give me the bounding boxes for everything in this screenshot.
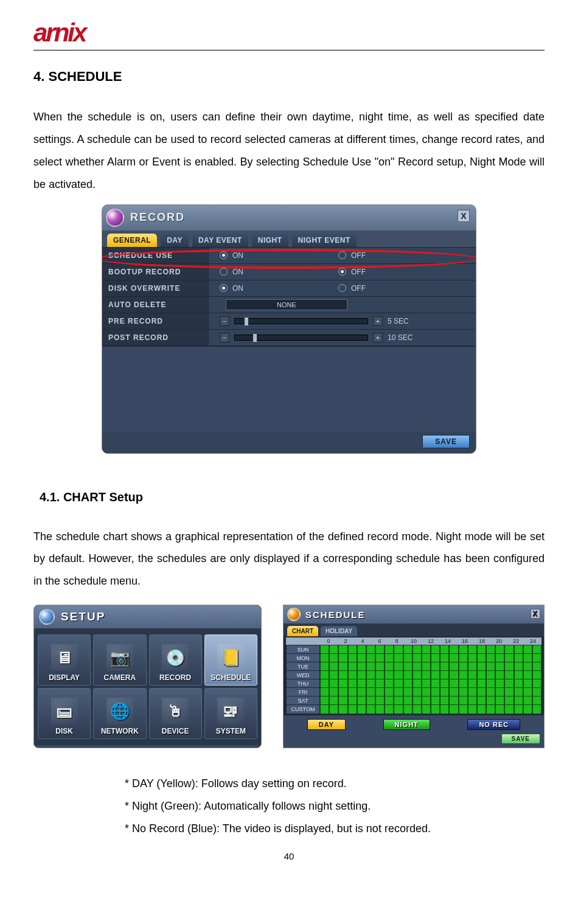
section-heading: 4. SCHEDULE bbox=[33, 69, 545, 85]
network-icon: 🌐 bbox=[106, 698, 133, 724]
schedule-cell[interactable] bbox=[486, 704, 495, 714]
note-day: * DAY (Yellow): Follows day setting on r… bbox=[125, 773, 545, 795]
tab-day-event[interactable]: DAY EVENT bbox=[192, 234, 248, 247]
tab-night-event[interactable]: NIGHT EVENT bbox=[292, 234, 357, 247]
schedule-row-sun: SUN bbox=[286, 645, 541, 653]
schedule-cell[interactable] bbox=[375, 704, 385, 714]
close-icon[interactable]: X bbox=[458, 210, 470, 222]
row-post-record: POST RECORD − + 10 SEC bbox=[102, 330, 476, 346]
setup-item-network[interactable]: 🌐NETWORK bbox=[93, 688, 146, 739]
setup-item-label: SYSTEM bbox=[216, 727, 246, 735]
plus-icon[interactable]: + bbox=[373, 333, 383, 342]
tab-holiday[interactable]: HOLIDAY bbox=[321, 626, 357, 636]
hour-label: 4 bbox=[354, 637, 371, 645]
tab-general[interactable]: GENERAL bbox=[107, 234, 157, 247]
hour-label: 18 bbox=[473, 637, 490, 645]
close-icon[interactable]: X bbox=[531, 609, 540, 619]
schedule-cell[interactable] bbox=[495, 704, 504, 714]
schedule-row-sat: SAT bbox=[286, 696, 541, 704]
hour-label: 22 bbox=[507, 637, 524, 645]
hour-label: 6 bbox=[371, 637, 388, 645]
schedule-row-fri: FRI bbox=[286, 687, 541, 696]
hour-label: 10 bbox=[405, 637, 422, 645]
radio-schedule-on[interactable]: ON bbox=[220, 251, 338, 260]
record-icon bbox=[106, 209, 124, 227]
schedule-cell[interactable] bbox=[532, 704, 541, 714]
post-record-value: 10 SEC bbox=[388, 333, 413, 342]
schedule-cell[interactable] bbox=[385, 704, 394, 714]
schedule-cell[interactable] bbox=[357, 704, 366, 714]
schedule-row-thu: THU bbox=[286, 679, 541, 687]
schedule-cell[interactable] bbox=[449, 704, 458, 714]
schedule-cell[interactable] bbox=[348, 704, 357, 714]
setup-item-disk[interactable]: 🖴DISK bbox=[38, 688, 91, 739]
hour-label: 2 bbox=[337, 637, 354, 645]
schedule-cell[interactable] bbox=[440, 704, 449, 714]
setup-item-label: RECORD bbox=[159, 673, 191, 682]
record-window: RECORD X GENERAL DAY DAY EVENT NIGHT NIG… bbox=[102, 204, 476, 454]
minus-icon[interactable]: − bbox=[220, 333, 229, 342]
schedule-cell[interactable] bbox=[477, 704, 486, 714]
row-pre-record: PRE RECORD − + 5 SEC bbox=[102, 313, 476, 330]
legend-no-rec: NO REC bbox=[467, 719, 520, 730]
schedule-row-wed: WED bbox=[286, 670, 541, 679]
tab-day[interactable]: DAY bbox=[161, 234, 189, 247]
schedule-row-custom: CUSTOM bbox=[286, 704, 541, 713]
setup-item-record[interactable]: 💿RECORD bbox=[149, 634, 202, 686]
schedule-cell[interactable] bbox=[422, 704, 431, 714]
setup-item-display[interactable]: 🖥DISPLAY bbox=[38, 634, 91, 686]
schedule-cell[interactable] bbox=[459, 704, 468, 714]
setup-icon bbox=[39, 609, 55, 625]
note-no-record: * No Record (Blue): The video is display… bbox=[125, 818, 545, 840]
hour-label: 24 bbox=[524, 637, 541, 645]
radio-bootup-off[interactable]: OFF bbox=[338, 268, 457, 276]
tab-chart[interactable]: CHART bbox=[287, 626, 318, 636]
day-label: CUSTOM bbox=[286, 704, 320, 714]
hour-label: 12 bbox=[422, 637, 439, 645]
tab-night[interactable]: NIGHT bbox=[252, 234, 288, 247]
setup-window: SETUP 🖥DISPLAY📷CAMERA💿RECORD📒SCHEDULE🖴DI… bbox=[33, 605, 262, 748]
pre-record-value: 5 SEC bbox=[388, 317, 409, 325]
setup-item-device[interactable]: 🖱DEVICE bbox=[149, 688, 202, 739]
schedule-cell[interactable] bbox=[523, 704, 532, 714]
schedule-cell[interactable] bbox=[431, 704, 440, 714]
record-titlebar: RECORD X bbox=[102, 205, 476, 231]
schedule-cell[interactable] bbox=[514, 704, 523, 714]
schedule-cell[interactable] bbox=[468, 704, 477, 714]
label-bootup-record: BOOTUP RECORD bbox=[102, 264, 209, 280]
schedule-cell[interactable] bbox=[403, 704, 413, 714]
record-tabs: GENERAL DAY DAY EVENT NIGHT NIGHT EVENT bbox=[102, 231, 476, 247]
chart-paragraph: The schedule chart shows a graphical rep… bbox=[33, 526, 545, 593]
schedule-cell[interactable] bbox=[394, 704, 403, 714]
setup-item-schedule[interactable]: 📒SCHEDULE bbox=[204, 634, 257, 686]
schedule-cell[interactable] bbox=[366, 704, 375, 714]
hour-label: 8 bbox=[388, 637, 405, 645]
note-night: * Night (Green): Automatically follows n… bbox=[125, 795, 545, 818]
minus-icon[interactable]: − bbox=[220, 316, 229, 326]
row-disk-overwrite: DISK OVERWRITE ON OFF bbox=[102, 280, 476, 297]
schedule-cell[interactable] bbox=[504, 704, 514, 714]
schedule-icon: 📒 bbox=[217, 644, 244, 671]
record-icon: 💿 bbox=[162, 644, 189, 671]
setup-item-camera[interactable]: 📷CAMERA bbox=[93, 634, 146, 686]
save-button[interactable]: SAVE bbox=[422, 435, 470, 448]
schedule-cell[interactable] bbox=[338, 704, 347, 714]
schedule-cell[interactable] bbox=[320, 704, 329, 714]
radio-bootup-on[interactable]: ON bbox=[220, 268, 338, 276]
auto-delete-select[interactable]: NONE bbox=[226, 299, 347, 310]
schedule-cell[interactable] bbox=[413, 704, 422, 714]
schedule-cell[interactable] bbox=[329, 704, 338, 714]
schedule-save-button[interactable]: SAVE bbox=[501, 734, 541, 744]
setup-item-label: DISPLAY bbox=[49, 673, 80, 682]
post-record-slider[interactable]: − + 10 SEC bbox=[220, 333, 413, 342]
setup-item-system[interactable]: 🖳SYSTEM bbox=[204, 688, 257, 739]
schedule-title: SCHEDULE bbox=[305, 610, 366, 620]
plus-icon[interactable]: + bbox=[373, 316, 383, 326]
row-schedule-use: SCHEDULE USE ON OFF bbox=[102, 248, 476, 264]
pre-record-slider[interactable]: − + 5 SEC bbox=[220, 316, 409, 326]
radio-disk-off[interactable]: OFF bbox=[338, 284, 457, 293]
camera-icon: 📷 bbox=[106, 644, 133, 671]
radio-schedule-off[interactable]: OFF bbox=[338, 251, 457, 260]
radio-disk-on[interactable]: ON bbox=[220, 284, 338, 293]
setup-titlebar: SETUP bbox=[34, 605, 261, 628]
